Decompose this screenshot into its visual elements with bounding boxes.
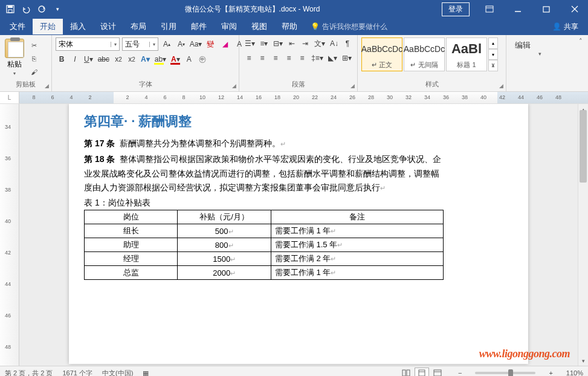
strike-button[interactable]: abc <box>96 53 111 65</box>
styles-dialog-launcher[interactable]: ◢ <box>499 83 503 89</box>
qat-dropdown-icon[interactable]: ▾ <box>52 4 63 15</box>
undo-icon[interactable] <box>21 4 31 15</box>
tab-view[interactable]: 视图 <box>244 19 274 34</box>
font-name-select[interactable]: 宋体▾ <box>56 37 120 51</box>
subscript-button[interactable]: x2 <box>112 53 124 65</box>
svg-rect-11 <box>407 370 410 376</box>
print-layout-button[interactable] <box>415 368 429 376</box>
ribbon-display-button[interactable] <box>476 0 503 18</box>
editing-button[interactable]: 编辑 ▾ <box>510 37 570 59</box>
align-right-button[interactable]: ≡ <box>270 52 282 64</box>
page-container[interactable]: 第四章· · 薪酬调整 第 17 条 薪酬调整共分为整体调整和个别调整两种。↵ … <box>19 104 578 366</box>
copy-button[interactable]: ⎘ <box>28 53 40 64</box>
ruler-corner[interactable]: L <box>0 92 19 103</box>
format-painter-button[interactable]: 🖌 <box>28 66 40 77</box>
tab-home[interactable]: 开始 <box>33 19 63 34</box>
style-no-spacing[interactable]: AaBbCcDc ↵ 无间隔 <box>404 37 445 71</box>
zoom-slider[interactable] <box>475 372 535 374</box>
vertical-ruler[interactable]: 3436384042444648 <box>0 104 19 366</box>
font-size-select[interactable]: 五号▾ <box>122 37 158 51</box>
chapter-title: 第四章· · 薪酬调整 <box>84 112 444 131</box>
scroll-down-button[interactable]: ▾ <box>578 355 588 366</box>
increase-indent-button[interactable]: ⇥ <box>299 37 311 50</box>
save-icon[interactable] <box>5 4 16 15</box>
table-row: 组长500↵需要工作满 1 年↵ <box>85 224 444 238</box>
borders-button[interactable]: ⊞▾ <box>340 52 354 64</box>
horizontal-ruler[interactable]: L 86422468101214161820222426283032343638… <box>0 92 588 104</box>
decrease-indent-button[interactable]: ⇤ <box>286 37 298 50</box>
close-button[interactable] <box>561 0 588 18</box>
tab-layout[interactable]: 布局 <box>123 19 153 34</box>
align-center-button[interactable]: ≡ <box>256 52 268 64</box>
underline-button[interactable]: U▾ <box>82 53 95 65</box>
styles-up-button[interactable]: ▴ <box>488 37 498 49</box>
align-left-button[interactable]: ≡ <box>243 52 255 64</box>
phonetic-guide-button[interactable]: 變 <box>204 38 216 50</box>
svg-rect-7 <box>543 7 549 12</box>
multilevel-button[interactable]: ⊟▾ <box>271 37 285 50</box>
font-color-button[interactable]: A▾ <box>169 53 182 65</box>
scroll-thumb[interactable] <box>580 110 587 183</box>
line-spacing-button[interactable]: ‡≡▾ <box>309 52 325 64</box>
change-case-button[interactable]: Aa▾ <box>190 38 202 50</box>
style-normal[interactable]: AaBbCcDc ↵ 正文 <box>361 37 402 71</box>
bold-button[interactable]: B <box>56 53 68 65</box>
read-mode-button[interactable] <box>399 368 413 376</box>
tell-me-search[interactable]: 💡 告诉我你想要做什么 <box>311 22 387 32</box>
ribbon-tabs: 文件 开始 插入 设计 布局 引用 邮件 审阅 视图 帮助 💡 告诉我你想要做什… <box>0 18 588 35</box>
table-row: 总监2000↵需要工作满 1 年↵ <box>85 266 444 280</box>
styles-more-button[interactable]: ⊻ <box>488 60 498 71</box>
maximize-button[interactable] <box>532 0 560 18</box>
styles-down-button[interactable]: ▾ <box>488 49 498 60</box>
text-direction-button[interactable]: 文▾ <box>312 37 327 50</box>
zoom-level[interactable]: 110% <box>566 369 583 376</box>
enclose-char-button[interactable]: ㊥ <box>196 53 208 65</box>
shading-button[interactable]: ◣▾ <box>326 52 339 64</box>
zoom-in-button[interactable]: + <box>545 369 556 376</box>
language-status[interactable]: 中文(中国) <box>102 369 133 377</box>
redo-icon[interactable] <box>36 4 47 15</box>
cut-button[interactable]: ✂ <box>28 40 40 51</box>
allowance-table: 岗位 补贴（元/月） 备注 组长500↵需要工作满 1 年↵ 助理800↵需要工… <box>84 210 444 280</box>
macro-status-icon[interactable]: ▦ <box>143 369 149 377</box>
clipboard-dialog-launcher[interactable]: ◢ <box>45 83 49 89</box>
paragraph-dialog-launcher[interactable]: ◢ <box>351 83 355 89</box>
char-shading-button[interactable]: A <box>183 53 195 65</box>
zoom-out-button[interactable]: − <box>454 369 465 376</box>
highlight-button[interactable]: ab▾ <box>153 53 168 65</box>
page-number-status[interactable]: 第 2 页，共 2 页 <box>5 369 53 377</box>
share-button[interactable]: 👤 共享 <box>552 22 588 32</box>
web-layout-button[interactable] <box>430 368 445 376</box>
svg-rect-4 <box>486 6 493 12</box>
tab-help[interactable]: 帮助 <box>274 19 305 34</box>
grow-font-button[interactable]: A▴ <box>161 38 173 50</box>
page[interactable]: 第四章· · 薪酬调整 第 17 条 薪酬调整共分为整体调整和个别调整两种。↵ … <box>69 104 528 364</box>
distributed-button[interactable]: ≡ <box>296 52 308 64</box>
group-paragraph: ☰▾ ≡▾ ⊟▾ ⇤ ⇥ 文▾ A↓ ¶ ≡ ≡ ≡ ≡ ≡ ‡≡▾ ◣▾ ⊞▾… <box>239 35 358 91</box>
italic-button[interactable]: I <box>69 53 81 65</box>
tab-review[interactable]: 审阅 <box>214 19 244 34</box>
style-heading1[interactable]: AaBl 标题 1 <box>446 37 487 71</box>
show-marks-button[interactable]: ¶ <box>341 37 354 50</box>
superscript-button[interactable]: x2 <box>126 53 138 65</box>
shrink-font-button[interactable]: A▾ <box>175 38 187 50</box>
bullets-button[interactable]: ☰▾ <box>243 37 257 50</box>
tab-mailings[interactable]: 邮件 <box>184 19 214 34</box>
tab-file[interactable]: 文件 <box>2 19 33 34</box>
tab-references[interactable]: 引用 <box>153 19 184 34</box>
vertical-scrollbar[interactable]: ▴ ▾ <box>578 104 588 366</box>
sort-button[interactable]: A↓ <box>328 37 340 50</box>
text-effects-button[interactable]: A▾ <box>139 53 152 65</box>
font-dialog-launcher[interactable]: ◢ <box>232 83 236 89</box>
tab-insert[interactable]: 插入 <box>63 19 93 34</box>
collapse-ribbon-button[interactable]: ˄ <box>573 35 588 91</box>
clear-format-button[interactable]: ◢ <box>219 38 231 50</box>
word-count-status[interactable]: 1671 个字 <box>62 369 92 377</box>
zoom-handle[interactable] <box>508 369 513 376</box>
justify-button[interactable]: ≡ <box>283 52 295 64</box>
styles-gallery[interactable]: AaBbCcDc ↵ 正文 AaBbCcDc ↵ 无间隔 AaBl 标题 1 ▴… <box>361 37 502 71</box>
minimize-button[interactable] <box>504 0 531 18</box>
tab-design[interactable]: 设计 <box>93 19 123 34</box>
numbering-button[interactable]: ≡▾ <box>258 37 270 50</box>
login-button[interactable]: 登录 <box>442 2 470 16</box>
